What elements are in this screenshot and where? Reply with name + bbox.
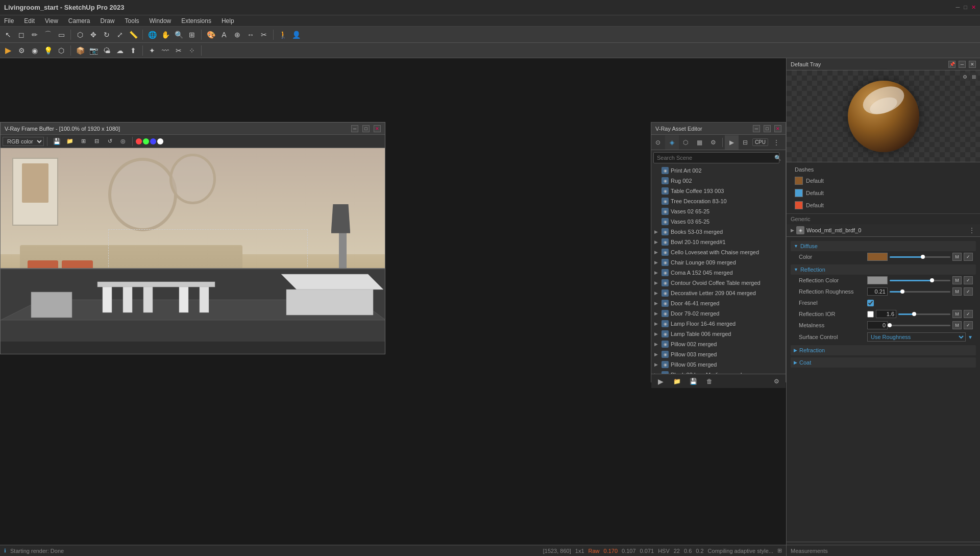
ae-tab-materials[interactable]: ◈ bbox=[665, 135, 679, 150]
tool-arc[interactable]: ⌒ bbox=[42, 29, 54, 41]
tool-pencil[interactable]: ✏ bbox=[29, 29, 41, 41]
ior-input[interactable] bbox=[876, 310, 896, 318]
ae-footer-settings[interactable]: ⚙ bbox=[769, 374, 783, 389]
vray-render[interactable]: ▶ bbox=[2, 44, 14, 57]
tray-close[interactable]: ✕ bbox=[969, 61, 976, 68]
diffuse-slider[interactable] bbox=[890, 256, 950, 258]
ior-slider[interactable] bbox=[898, 313, 950, 315]
vfb-save-all[interactable]: 📁 bbox=[64, 135, 76, 148]
roughness-tex-btn[interactable]: M bbox=[952, 287, 962, 296]
roughness-link-btn[interactable]: ✓ bbox=[964, 287, 973, 296]
color-swatch-1[interactable] bbox=[795, 177, 803, 185]
vray-cloud[interactable]: ☁ bbox=[114, 44, 126, 57]
menu-window[interactable]: Window bbox=[148, 16, 174, 26]
ae-item-cello[interactable]: ▶ ◉ Cello Loveseat with Chaise merged bbox=[651, 247, 786, 257]
menu-tools[interactable]: Tools bbox=[123, 16, 141, 26]
tool-rect[interactable]: ▭ bbox=[55, 29, 67, 41]
menu-view[interactable]: View bbox=[43, 16, 60, 26]
ae-footer-folder[interactable]: 📁 bbox=[670, 374, 684, 389]
ae-item-pillow-002[interactable]: ▶ ◉ Pillow 002 merged bbox=[651, 339, 786, 349]
vray-geo[interactable]: ⬡ bbox=[55, 44, 67, 57]
vray-mat[interactable]: ◉ bbox=[29, 44, 41, 57]
roughness-slider[interactable] bbox=[890, 291, 950, 293]
vfb-settings[interactable]: ⊞ bbox=[77, 135, 89, 148]
vfb-close[interactable]: ✕ bbox=[374, 125, 381, 132]
ae-item-rug[interactable]: ◉ Rug 002 bbox=[651, 176, 786, 186]
vfb-history[interactable]: ↺ bbox=[104, 135, 116, 148]
ae-footer-save[interactable]: 💾 bbox=[686, 374, 700, 389]
ior-link-btn[interactable]: ✓ bbox=[964, 310, 973, 318]
vray-clipper[interactable]: ✂ bbox=[173, 44, 185, 57]
ior-tex-btn[interactable]: M bbox=[952, 310, 962, 318]
metalness-input[interactable] bbox=[867, 321, 888, 329]
vfb-compare[interactable]: ⊟ bbox=[90, 135, 103, 148]
ae-item-vases03[interactable]: ◉ Vases 03 65-25 bbox=[651, 216, 786, 227]
vray-denoiser[interactable]: ✦ bbox=[146, 44, 158, 57]
tool-dim[interactable]: ↔ bbox=[244, 29, 257, 41]
menu-help[interactable]: Help bbox=[219, 16, 236, 26]
tool-select[interactable]: ↖ bbox=[2, 29, 14, 41]
ae-item-lamp-floor[interactable]: ▶ ◉ Lamp Floor 16-46 merged bbox=[651, 319, 786, 329]
ae-item-coma[interactable]: ▶ ◉ Coma A 152 045 merged bbox=[651, 268, 786, 278]
ae-tab-render[interactable]: ▶ bbox=[725, 135, 739, 150]
tool-text[interactable]: A bbox=[218, 29, 230, 41]
ae-item-pillow-003[interactable]: ▶ ◉ Pillow 003 merged bbox=[651, 349, 786, 359]
ae-item-table-coffee[interactable]: ◉ Table Coffee 193 003 bbox=[651, 186, 786, 196]
tool-tape[interactable]: 📏 bbox=[127, 29, 139, 41]
ae-tab-settings[interactable]: ⚙ bbox=[706, 135, 720, 150]
menu-extensions[interactable]: Extensions bbox=[179, 16, 213, 26]
title-bar-minimize[interactable]: ─ bbox=[956, 4, 960, 11]
ae-close[interactable]: ✕ bbox=[774, 125, 781, 132]
color-swatch-2[interactable] bbox=[795, 189, 803, 197]
preview-bg[interactable]: ⊞ bbox=[970, 72, 978, 81]
vray-camera[interactable]: 📷 bbox=[87, 44, 100, 57]
diffuse-tex-btn[interactable]: M bbox=[952, 253, 962, 261]
vray-env[interactable]: 🌤 bbox=[101, 44, 113, 57]
ae-tab-geo[interactable]: ▦ bbox=[693, 135, 706, 150]
tool-walk[interactable]: 🚶 bbox=[277, 29, 289, 41]
vfb-minimize[interactable]: ─ bbox=[351, 125, 358, 132]
ae-item-bowl[interactable]: ▶ ◉ Bowl 20-10 merged#1 bbox=[651, 237, 786, 247]
ae-search-input[interactable] bbox=[653, 152, 779, 163]
ae-tab-lights[interactable]: ⊙ bbox=[651, 135, 665, 150]
vray-light[interactable]: 💡 bbox=[42, 44, 54, 57]
ae-item-tree-deco[interactable]: ◉ Tree Decoration 83-10 bbox=[651, 196, 786, 206]
ae-minimize[interactable]: ─ bbox=[753, 125, 760, 132]
metalness-slider[interactable] bbox=[890, 325, 950, 326]
tool-scale[interactable]: ⤢ bbox=[114, 29, 126, 41]
color-swatch-3[interactable] bbox=[795, 201, 803, 209]
ae-items-list[interactable]: ◉ Print Art 002 ◉ Rug 002 ◉ Table Coffee… bbox=[651, 165, 786, 374]
status-expand-icon[interactable]: ⊞ bbox=[777, 547, 782, 554]
vray-fur[interactable]: 〰 bbox=[159, 44, 172, 57]
ae-item-pillow-005[interactable]: ▶ ◉ Pillow 005 merged bbox=[651, 359, 786, 370]
refraction-header[interactable]: ▶ Refraction bbox=[791, 345, 976, 355]
ior-checkbox[interactable] bbox=[867, 311, 874, 318]
ae-item-door-46[interactable]: ▶ ◉ Door 46-41 merged bbox=[651, 298, 786, 308]
tool-move[interactable]: ✥ bbox=[87, 29, 100, 41]
diffuse-header[interactable]: ▼ Diffuse bbox=[791, 241, 976, 251]
ae-item-contour[interactable]: ▶ ◉ Contour Ovoid Coffee Table merged bbox=[651, 278, 786, 288]
tool-eraser[interactable]: ◻ bbox=[15, 29, 28, 41]
reflection-link-btn[interactable]: ✓ bbox=[964, 276, 973, 284]
preview-settings[interactable]: ⚙ bbox=[961, 72, 969, 81]
reflection-color-swatch[interactable] bbox=[867, 276, 888, 284]
menu-camera[interactable]: Camera bbox=[66, 16, 92, 26]
tool-zoom[interactable]: 🔍 bbox=[173, 29, 185, 41]
vray-scatter[interactable]: ⁘ bbox=[186, 44, 198, 57]
surface-control-expand[interactable]: ▼ bbox=[968, 334, 973, 340]
tool-orbit[interactable]: 🌐 bbox=[146, 29, 158, 41]
vfb-maximize[interactable]: □ bbox=[362, 125, 370, 132]
menu-edit[interactable]: Edit bbox=[22, 16, 37, 26]
user-icon[interactable]: 👤 bbox=[290, 29, 302, 41]
metalness-tex-btn[interactable]: M bbox=[952, 321, 962, 329]
ae-item-deco-letter[interactable]: ▶ ◉ Decorative Letter 209 004 merged bbox=[651, 288, 786, 298]
vfb-lens[interactable]: ◎ bbox=[117, 135, 129, 148]
metalness-link-btn[interactable]: ✓ bbox=[964, 321, 973, 329]
tool-section[interactable]: ✂ bbox=[258, 29, 270, 41]
ae-footer-delete[interactable]: 🗑 bbox=[702, 374, 717, 389]
surface-control-select[interactable]: Use Roughness bbox=[867, 332, 966, 342]
title-bar-maximize[interactable]: □ bbox=[964, 4, 967, 11]
tool-axes[interactable]: ⊕ bbox=[231, 29, 243, 41]
title-bar-close[interactable]: ✕ bbox=[971, 4, 976, 11]
ae-item-chair[interactable]: ▶ ◉ Chair Lounge 009 merged bbox=[651, 257, 786, 268]
